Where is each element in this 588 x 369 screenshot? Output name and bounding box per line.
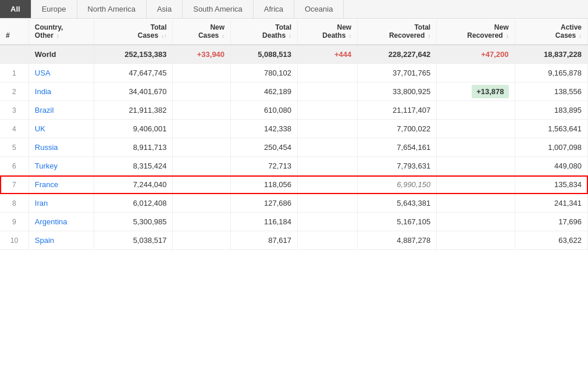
covid-table: # Country,Other ↕ TotalCases ↓↑ NewCases… <box>0 19 588 250</box>
cell-active-cases: 18,837,228 <box>515 45 588 64</box>
cell-new-deaths <box>297 175 357 194</box>
cell-total-recovered: 228,227,642 <box>358 45 437 64</box>
cell-new-deaths <box>297 213 357 231</box>
region-tab-all[interactable]: All <box>0 0 31 18</box>
table-row: 1USA47,647,745780,10237,701,7659,165,878 <box>0 64 588 83</box>
country-link[interactable]: Spain <box>35 236 54 245</box>
cell-rank: 7 <box>0 175 28 194</box>
table-wrapper: # Country,Other ↕ TotalCases ↓↑ NewCases… <box>0 19 588 250</box>
cell-active-cases: 9,165,878 <box>515 64 588 83</box>
cell-total-recovered: 6,990,150 <box>358 175 437 194</box>
cell-new-cases <box>173 138 231 157</box>
cell-country[interactable]: Turkey <box>28 157 94 175</box>
cell-total-recovered: 21,117,407 <box>358 101 437 120</box>
table-row: 7France7,244,040118,0566,990,150135,834 <box>0 175 588 194</box>
table-row: 9Argentina5,300,985116,1845,167,10517,69… <box>0 213 588 231</box>
cell-new-deaths <box>297 231 357 250</box>
cell-active-cases: 138,556 <box>515 83 588 101</box>
cell-rank <box>0 45 28 64</box>
cell-rank: 3 <box>0 101 28 120</box>
cell-total-cases: 6,012,408 <box>94 194 173 213</box>
cell-total-deaths: 780,102 <box>231 64 298 83</box>
cell-new-cases <box>173 175 231 194</box>
cell-new-deaths: +444 <box>297 45 357 64</box>
col-new-deaths[interactable]: NewDeaths ↕ <box>297 19 357 45</box>
cell-new-recovered <box>437 175 515 194</box>
cell-country[interactable]: UK <box>28 120 94 138</box>
col-total-recovered[interactable]: TotalRecovered ↕ <box>358 19 437 45</box>
cell-country[interactable]: Brazil <box>28 101 94 120</box>
region-tab-asia[interactable]: Asia <box>147 0 183 18</box>
cell-country[interactable]: Argentina <box>28 213 94 231</box>
region-tab-south-america[interactable]: South America <box>183 0 254 18</box>
cell-total-deaths: 610,080 <box>231 101 298 120</box>
table-row: 8Iran6,012,408127,6865,643,381241,341 <box>0 194 588 213</box>
region-tab-north-america[interactable]: North America <box>77 0 147 18</box>
country-link[interactable]: France <box>35 180 58 189</box>
new-recovered-badge: +13,878 <box>472 85 508 98</box>
cell-new-recovered <box>437 138 515 157</box>
col-active-cases[interactable]: ActiveCases ↕ <box>515 19 588 45</box>
cell-new-cases <box>173 101 231 120</box>
cell-new-cases <box>173 83 231 101</box>
col-total-deaths[interactable]: TotalDeaths ↕ <box>231 19 298 45</box>
cell-country[interactable]: Iran <box>28 194 94 213</box>
cell-new-recovered <box>437 157 515 175</box>
cell-new-deaths <box>297 101 357 120</box>
cell-total-cases: 5,300,985 <box>94 213 173 231</box>
country-link[interactable]: Brazil <box>35 106 54 114</box>
country-link[interactable]: Argentina <box>35 217 67 226</box>
cell-total-deaths: 250,454 <box>231 138 298 157</box>
cell-total-deaths: 462,189 <box>231 83 298 101</box>
region-tab-oceania[interactable]: Oceania <box>294 0 344 18</box>
cell-active-cases: 1,007,098 <box>515 138 588 157</box>
country-link[interactable]: Russia <box>35 143 58 152</box>
cell-total-deaths: 116,184 <box>231 213 298 231</box>
country-link[interactable]: Turkey <box>35 162 58 170</box>
table-row: 6Turkey8,315,42472,7137,793,631449,080 <box>0 157 588 175</box>
cell-rank: 1 <box>0 64 28 83</box>
cell-new-deaths <box>297 157 357 175</box>
cell-total-deaths: 72,713 <box>231 157 298 175</box>
table-row: 2India34,401,670462,18933,800,925+13,878… <box>0 83 588 101</box>
cell-new-recovered <box>437 194 515 213</box>
country-link[interactable]: India <box>35 87 51 96</box>
cell-total-cases: 8,315,424 <box>94 157 173 175</box>
cell-new-recovered <box>437 101 515 120</box>
col-new-recovered[interactable]: NewRecovered ↕ <box>437 19 515 45</box>
cell-active-cases: 183,895 <box>515 101 588 120</box>
cell-total-cases: 7,244,040 <box>94 175 173 194</box>
cell-total-deaths: 127,686 <box>231 194 298 213</box>
cell-total-deaths: 5,088,513 <box>231 45 298 64</box>
col-country[interactable]: Country,Other ↕ <box>28 19 94 45</box>
cell-rank: 2 <box>0 83 28 101</box>
cell-new-cases: +33,940 <box>173 45 231 64</box>
cell-total-cases: 8,911,713 <box>94 138 173 157</box>
cell-country[interactable]: USA <box>28 64 94 83</box>
cell-country[interactable]: Spain <box>28 231 94 250</box>
cell-new-recovered <box>437 213 515 231</box>
cell-total-recovered: 33,800,925 <box>358 83 437 101</box>
col-total-cases[interactable]: TotalCases ↓↑ <box>94 19 173 45</box>
cell-new-cases <box>173 64 231 83</box>
cell-total-recovered: 7,700,022 <box>358 120 437 138</box>
region-tab-africa[interactable]: Africa <box>254 0 294 18</box>
country-link[interactable]: Iran <box>35 199 48 207</box>
cell-rank: 8 <box>0 194 28 213</box>
table-row: 10Spain5,038,51787,6174,887,27863,622 <box>0 231 588 250</box>
cell-new-cases <box>173 231 231 250</box>
cell-rank: 10 <box>0 231 28 250</box>
cell-country[interactable]: France <box>28 175 94 194</box>
cell-total-recovered: 7,793,631 <box>358 157 437 175</box>
col-rank: # <box>0 19 28 45</box>
cell-country[interactable]: India <box>28 83 94 101</box>
cell-new-recovered: +47,200 <box>437 45 515 64</box>
region-tab-europe[interactable]: Europe <box>31 0 77 18</box>
cell-total-recovered: 4,887,278 <box>358 231 437 250</box>
country-link[interactable]: USA <box>35 69 51 77</box>
country-link[interactable]: UK <box>35 124 45 133</box>
cell-rank: 9 <box>0 213 28 231</box>
cell-new-cases <box>173 120 231 138</box>
col-new-cases[interactable]: NewCases ↕ <box>173 19 231 45</box>
cell-country[interactable]: Russia <box>28 138 94 157</box>
